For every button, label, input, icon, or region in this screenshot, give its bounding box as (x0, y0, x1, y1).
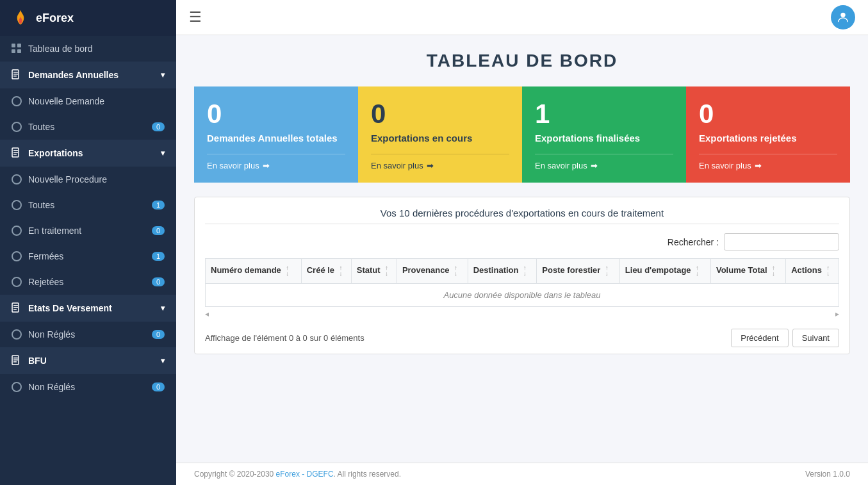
sort-icon-actions[interactable]: ↑↓ (827, 265, 830, 277)
svg-rect-18 (13, 359, 18, 361)
badge-non-regles-etats: 0 (152, 330, 165, 339)
sidebar-item-tableau-de-bord[interactable]: Tableau de bord (0, 36, 176, 62)
chevron-down-icon-bfu: ▾ (161, 356, 165, 365)
sidebar-item-rejetees[interactable]: Rejetées 0 (0, 269, 176, 295)
circle-icon-non-regles-etats (12, 329, 22, 340)
sidebar-logo[interactable]: eForex (0, 0, 176, 36)
pagination-buttons: Précédent Suivant (731, 329, 839, 347)
svg-rect-6 (13, 74, 18, 75)
svg-rect-15 (13, 309, 17, 310)
circle-icon-fermees (12, 251, 22, 261)
stat-footer-demandes[interactable]: En savoir plus ➡ (207, 154, 345, 178)
bfu-label: BFU (28, 356, 47, 366)
arrow-circle-icon-cours: ➡ (427, 161, 434, 170)
tableau-de-bord-label: Tableau de bord (28, 44, 92, 54)
doc-icon-demandes (12, 69, 22, 81)
rejetees-label: Rejetées (28, 277, 63, 287)
sidebar-item-nouvelle-procedure[interactable]: Nouvelle Procedure (0, 167, 176, 192)
col-statut: Statut ↑↓ (351, 259, 397, 284)
sidebar-item-en-traitement[interactable]: En traitement 0 (0, 218, 176, 243)
table-section: Vos 10 dernières procédures d'exportatio… (194, 197, 850, 354)
stat-label-rejetees: Exportations rejetées (699, 133, 837, 144)
sidebar-section-etats-de-versement[interactable]: Etats De Versement ▾ (0, 295, 176, 322)
toutes-demandes-label: Toutes (28, 122, 54, 132)
badge-non-regles-bfu: 0 (152, 382, 165, 391)
next-button[interactable]: Suivant (792, 329, 839, 347)
prev-button[interactable]: Précédent (731, 329, 788, 347)
grid-icon (12, 44, 22, 54)
search-label: Rechercher : (667, 237, 719, 247)
sidebar-item-toutes-demandes[interactable]: Toutes 0 (0, 114, 176, 140)
circle-icon-non-regles-bfu (12, 382, 22, 392)
table-header-row: Numéro demande ↑↓ Créé le ↑↓ Statut ↑↓ (206, 259, 839, 284)
sidebar-item-fermees[interactable]: Fermées 1 (0, 243, 176, 269)
svg-point-20 (840, 13, 845, 17)
stat-number-demandes: 0 (207, 101, 345, 127)
footer: Copyright © 2020-2030 eForex - DGEFC. Al… (176, 463, 868, 485)
sidebar-section-demandes-annuelles[interactable]: Demandes Annuelles ▾ (0, 62, 176, 88)
stat-footer-cours[interactable]: En savoir plus ➡ (371, 154, 509, 178)
svg-rect-19 (13, 361, 17, 363)
topbar: ☰ (176, 0, 868, 35)
circle-icon-toutes-exportations (12, 200, 22, 210)
stat-card-exportations-rejetees: 0 Exportations rejetées En savoir plus ➡ (686, 86, 850, 183)
footer-copyright: Copyright © 2020-2030 eForex - DGEFC. Al… (194, 470, 401, 479)
table-footer: Affichage de l'élément 0 à 0 sur 0 éléme… (205, 329, 839, 347)
search-input[interactable] (724, 233, 839, 251)
stat-number-finalisees: 1 (535, 101, 673, 127)
circle-icon-en-traitement (12, 226, 22, 236)
circle-icon-rejetees (12, 277, 22, 287)
sidebar-section-bfu[interactable]: BFU ▾ (0, 347, 176, 374)
svg-rect-5 (13, 72, 18, 73)
sort-icon-statut[interactable]: ↑↓ (385, 265, 388, 277)
stat-number-rejetees: 0 (699, 101, 837, 127)
circle-icon-nouvelle-procedure (12, 174, 22, 185)
sidebar-item-non-regles-bfu[interactable]: Non Réglés 0 (0, 374, 176, 400)
user-avatar[interactable] (831, 5, 855, 29)
sidebar: eForex Tableau de bord Demandes Annuelle… (0, 0, 176, 485)
footer-brand-link[interactable]: eForex - DGEFC (276, 470, 334, 479)
sort-icon-cree[interactable]: ↑↓ (340, 265, 343, 277)
sort-icon-numero[interactable]: ↑↓ (286, 265, 289, 277)
arrow-circle-icon-demandes: ➡ (263, 161, 270, 170)
en-traitement-label: En traitement (28, 226, 81, 236)
table-title: Vos 10 dernières procédures d'exportatio… (205, 208, 839, 224)
etats-de-versement-label: Etats De Versement (28, 303, 112, 313)
col-actions: Actions ↑↓ (786, 259, 839, 284)
col-poste-forestier: Poste forestier ↑↓ (537, 259, 619, 284)
chevron-down-icon-etats: ▾ (161, 304, 165, 313)
sidebar-item-non-regles-etats[interactable]: Non Réglés 0 (0, 322, 176, 347)
sidebar-item-toutes-exportations[interactable]: Toutes 1 (0, 192, 176, 218)
circle-icon-toutes-demandes (12, 122, 22, 132)
main-content: ☰ TABLEAU DE BORD 0 Demandes Annuelles t… (176, 0, 868, 485)
svg-rect-0 (12, 44, 15, 47)
sort-icon-lieu[interactable]: ↑↓ (696, 265, 699, 277)
sort-icon-provenance[interactable]: ↑↓ (454, 265, 457, 277)
stat-card-exportations-cours: 0 Exportations en cours En savoir plus ➡ (358, 86, 522, 183)
fermees-label: Fermées (28, 251, 63, 261)
svg-rect-1 (17, 44, 21, 47)
pagination-info: Affichage de l'élément 0 à 0 sur 0 éléme… (205, 333, 364, 343)
sidebar-item-nouvelle-demande[interactable]: Nouvelle Demande (0, 88, 176, 114)
nouvelle-procedure-label: Nouvelle Procedure (28, 174, 107, 185)
arrow-circle-icon-rejetees: ➡ (755, 161, 762, 170)
sort-icon-destination[interactable]: ↑↓ (523, 265, 527, 277)
data-table: Numéro demande ↑↓ Créé le ↑↓ Statut ↑↓ (205, 258, 839, 307)
doc-icon-etats (12, 302, 22, 314)
stat-footer-rejetees[interactable]: En savoir plus ➡ (699, 154, 837, 178)
circle-icon-nouvelle-demande (12, 96, 22, 106)
col-lieu-dempotage: Lieu d'empotage ↑↓ (619, 259, 710, 284)
table-search-row: Rechercher : (205, 233, 839, 251)
stat-label-demandes: Demandes Annuelles totales (207, 133, 345, 144)
col-volume-total: Volume Total ↑↓ (710, 259, 785, 284)
scroll-left-icon[interactable]: ◂ (205, 309, 209, 318)
sort-icon-poste[interactable]: ↑↓ (605, 265, 609, 277)
scroll-indicator: ◂ ▸ (205, 307, 839, 321)
chevron-down-icon-demandes: ▾ (161, 70, 165, 79)
stat-footer-finalisees[interactable]: En savoir plus ➡ (535, 154, 673, 178)
hamburger-menu-button[interactable]: ☰ (189, 9, 202, 26)
sort-icon-volume[interactable]: ↑↓ (772, 265, 775, 277)
scroll-right-icon[interactable]: ▸ (835, 309, 839, 318)
sidebar-section-exportations[interactable]: Exportations ▾ (0, 140, 176, 167)
col-destination: Destination ↑↓ (468, 259, 537, 284)
